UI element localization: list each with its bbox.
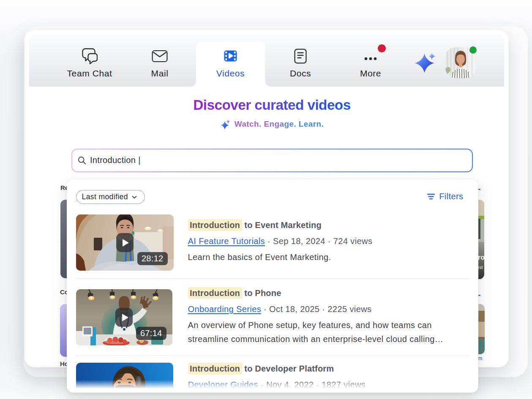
svg-text:ro: ro (478, 254, 484, 261)
svg-text:nit: nit (478, 265, 483, 270)
